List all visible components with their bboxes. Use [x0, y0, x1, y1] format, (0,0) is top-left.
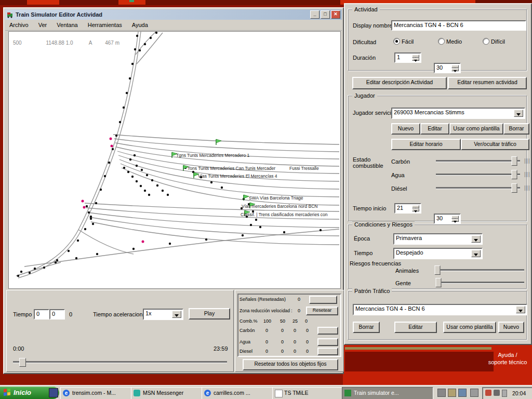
map-node[interactable]: [131, 176, 134, 178]
time-hours-field[interactable]: 0: [34, 309, 49, 320]
gente-slider[interactable]: [436, 278, 524, 286]
epoca-dropdown-button[interactable]: [471, 235, 481, 243]
jugador-servicio-combobox[interactable]: 269003 Mercancias Stimms: [391, 108, 525, 119]
duracion-minutes-spinner[interactable]: 30: [434, 63, 461, 73]
tray-icon[interactable]: [485, 390, 491, 396]
spin-down-icon[interactable]: [412, 58, 419, 61]
menu-ver[interactable]: Ver: [34, 20, 51, 29]
tray-icon[interactable]: [494, 390, 500, 396]
map-node[interactable]: [34, 268, 36, 270]
tiempo-clima-dropdown-button[interactable]: [471, 250, 481, 257]
accel-dropdown-button[interactable]: [172, 311, 181, 318]
map-node[interactable]: [320, 229, 322, 231]
map-node[interactable]: [17, 275, 19, 277]
map-node[interactable]: [131, 63, 134, 65]
duracion-hours-spinner[interactable]: 1: [394, 52, 421, 63]
map-junction-node[interactable]: [83, 206, 86, 209]
editar-horario-button[interactable]: Editar horario: [391, 139, 461, 150]
display-nombre-field[interactable]: Mercancias TGN 4 - BCN 6: [391, 20, 526, 31]
menu-ventana[interactable]: Ventana: [52, 20, 82, 29]
map-node[interactable]: [155, 32, 157, 34]
jugador-editar-button[interactable]: Editar: [420, 123, 449, 135]
map-node[interactable]: [146, 174, 148, 176]
map-node[interactable]: [139, 49, 141, 51]
map-node[interactable]: [255, 219, 257, 221]
map-node[interactable]: [56, 259, 58, 261]
map-node[interactable]: [112, 148, 114, 150]
map-node[interactable]: [141, 169, 143, 171]
tiempo-inicio-minutes-spinner[interactable]: 30: [434, 214, 461, 224]
map-node[interactable]: [29, 272, 31, 274]
map-node[interactable]: [75, 257, 77, 259]
patron-trafico-dropdown-button[interactable]: [516, 306, 525, 313]
ver-ocultar-trafico-button[interactable]: Ver/ocultar tráfico: [461, 139, 529, 150]
map-node[interactable]: [151, 179, 153, 181]
animales-slider-handle[interactable]: [435, 265, 441, 275]
map-node[interactable]: [150, 37, 152, 39]
map-node[interactable]: [242, 234, 244, 236]
map-node[interactable]: [156, 184, 158, 187]
quick-launch-icon[interactable]: [49, 388, 58, 397]
radio-dificil[interactable]: Difícil: [483, 38, 505, 45]
map-node[interactable]: [250, 224, 252, 226]
map-node[interactable]: [96, 253, 98, 255]
agua-reset-button[interactable]: [317, 338, 338, 346]
map-node[interactable]: [259, 226, 261, 228]
map-node[interactable]: [136, 180, 138, 182]
taskbar-task-train-simulator[interactable]: Train simulator e...: [342, 387, 433, 399]
map-view[interactable]: 500 1148.88 1.0 A 467 m Tgns Tunts Merca…: [8, 31, 341, 289]
map-node[interactable]: [90, 216, 92, 218]
tiempo-clima-combobox[interactable]: Despejado: [393, 248, 483, 259]
map-node[interactable]: [148, 194, 150, 196]
taskbar-toolbar-icon[interactable]: [470, 389, 478, 397]
map-node[interactable]: [136, 165, 138, 167]
map-node[interactable]: [129, 158, 131, 161]
close-button[interactable]: ✕: [331, 10, 340, 19]
map-node[interactable]: [119, 121, 121, 123]
diesel-slider-handle[interactable]: [511, 183, 517, 193]
map-junction-node[interactable]: [110, 138, 112, 140]
spin-down-icon[interactable]: [451, 219, 459, 222]
taskbar-task-carrilles[interactable]: e carrilles.com ...: [202, 387, 282, 399]
accel-combobox[interactable]: 1x: [143, 309, 183, 320]
map-node[interactable]: [136, 35, 138, 37]
taskbar-toolbar-icon[interactable]: [448, 389, 456, 397]
tray-icon[interactable]: [502, 390, 507, 397]
agua-slider[interactable]: [436, 170, 520, 178]
taskbar-task-trensim[interactable]: e trensim.com - M...: [60, 387, 140, 399]
carbon-slider-handle[interactable]: [511, 156, 517, 166]
carbon-reset-button[interactable]: [317, 327, 338, 335]
patron-trafico-combobox[interactable]: Mercancias TGN 4 - BCN 6: [353, 304, 527, 315]
map-flag-icon[interactable]: [216, 139, 221, 143]
senales-reset-button[interactable]: [309, 296, 337, 304]
map-node[interactable]: [100, 189, 102, 191]
taskbar-toolbar-icon[interactable]: [458, 389, 467, 397]
map-node[interactable]: [205, 238, 207, 241]
map-node[interactable]: [210, 181, 212, 183]
time-minutes-field[interactable]: 0: [49, 309, 65, 320]
minimize-button[interactable]: _: [310, 10, 320, 19]
map-node[interactable]: [144, 190, 146, 192]
patron-borrar-button[interactable]: Borrar: [353, 322, 380, 333]
map-node[interactable]: [221, 187, 223, 189]
map-node[interactable]: [134, 48, 136, 50]
map-node[interactable]: [134, 154, 136, 156]
map-node[interactable]: [55, 261, 57, 263]
map-node[interactable]: [92, 223, 94, 225]
map-flag-icon[interactable]: [244, 195, 249, 198]
map-node[interactable]: [123, 167, 125, 169]
agua-slider-handle[interactable]: [511, 170, 517, 179]
menu-herramientas[interactable]: Herramientas: [84, 20, 126, 29]
animales-slider[interactable]: [436, 265, 524, 274]
map-node[interactable]: [77, 240, 79, 242]
map-junction-node[interactable]: [142, 241, 144, 243]
jugador-servicio-dropdown-button[interactable]: [514, 110, 523, 117]
menu-archivo[interactable]: Archivo: [5, 20, 33, 29]
edit-description-button[interactable]: Editar descripción Actividad: [352, 77, 447, 89]
play-button[interactable]: Play: [189, 308, 230, 320]
map-node[interactable]: [84, 228, 86, 230]
map-node[interactable]: [167, 194, 169, 196]
patron-plantilla-button[interactable]: Usar como plantilla: [443, 322, 496, 333]
map-node[interactable]: [20, 271, 22, 273]
map-node[interactable]: [90, 218, 92, 220]
